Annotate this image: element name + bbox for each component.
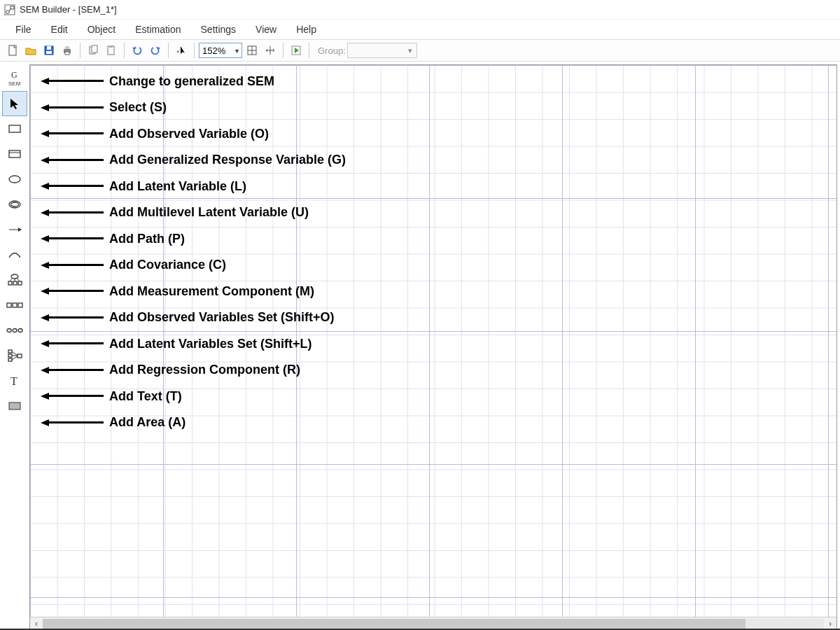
annotation-row: Add Generalized Response Variable (G)	[41, 150, 346, 171]
rect-icon	[8, 123, 22, 134]
rect-set-icon	[6, 301, 23, 309]
toolbar-separator	[80, 43, 80, 58]
fit-page-button[interactable]	[244, 42, 260, 59]
save-button[interactable]	[41, 42, 57, 59]
svg-rect-14	[109, 46, 113, 48]
arrow-left-icon	[41, 286, 104, 296]
arrow-right-icon	[8, 225, 22, 234]
palette-gen-response-button[interactable]	[2, 141, 27, 167]
annotation-label: Select (S)	[109, 100, 167, 115]
arrow-left-icon	[41, 339, 104, 349]
palette-multilevel-button[interactable]	[2, 192, 27, 217]
window-titlebar: SEM Builder - [SEM_1*]	[0, 0, 840, 20]
rect-band-icon	[8, 148, 22, 160]
svg-point-46	[13, 329, 17, 332]
palette-regression-button[interactable]	[2, 343, 27, 368]
text-icon: T	[8, 374, 21, 387]
svg-text:G: G	[11, 70, 18, 80]
palette-select-button[interactable]	[2, 91, 27, 116]
svg-rect-49	[8, 354, 12, 357]
annotation-label: Add Measurement Component (M)	[109, 284, 314, 299]
palette-area-button[interactable]	[2, 393, 27, 419]
palette-observed-set-button[interactable]	[2, 293, 27, 318]
work-area: GSEMT Change to generalized SEMSelect (S…	[0, 64, 840, 630]
annotation-label: Add Generalized Response Variable (G)	[109, 153, 346, 167]
palette-covariance-button[interactable]	[2, 242, 27, 267]
scroll-right-icon[interactable]: ›	[824, 619, 836, 629]
arrow-left-icon	[41, 76, 104, 86]
open-file-button[interactable]	[22, 42, 39, 59]
menu-file[interactable]: File	[6, 21, 41, 38]
scroll-left-icon[interactable]: ‹	[30, 619, 43, 629]
arrow-left-icon	[41, 181, 104, 191]
svg-rect-37	[13, 281, 17, 285]
svg-point-32	[11, 202, 19, 206]
svg-marker-26	[10, 99, 18, 109]
new-file-button[interactable]	[4, 42, 21, 59]
svg-point-30	[9, 176, 20, 183]
annotation-row: Select (S)	[41, 97, 167, 118]
group-dropdown[interactable]: ▾	[347, 43, 417, 58]
svg-rect-7	[46, 51, 52, 54]
annotation-row: Add Text (T)	[41, 386, 182, 407]
scroll-thumb[interactable]	[43, 619, 746, 629]
zoom-combo[interactable]: 152% ▾	[199, 43, 242, 58]
horizontal-scrollbar[interactable]: ‹ ›	[30, 617, 836, 629]
zoom-value: 152%	[202, 46, 225, 56]
palette-text-button[interactable]: T	[2, 368, 27, 393]
toolbar-separator	[124, 43, 125, 58]
palette-latent-button[interactable]	[2, 167, 27, 192]
run-button[interactable]	[288, 42, 304, 59]
arc-icon	[8, 250, 22, 260]
redo-button[interactable]	[147, 42, 164, 59]
svg-point-45	[7, 329, 11, 332]
annotation-row: Add Area (A)	[41, 412, 186, 433]
canvas[interactable]: Change to generalized SEMSelect (S)Add O…	[30, 65, 836, 617]
palette-gsem-button[interactable]: GSEM	[2, 66, 27, 91]
svg-rect-48	[8, 350, 12, 353]
menu-bar: FileEditObjectEstimationSettingsViewHelp	[0, 20, 840, 39]
scroll-track[interactable]	[43, 619, 824, 629]
palette-observed-button[interactable]	[2, 116, 27, 141]
canvas-container: Change to generalized SEMSelect (S)Add O…	[29, 64, 837, 630]
paste-button[interactable]	[103, 42, 120, 59]
print-button[interactable]	[59, 42, 76, 59]
toolbar-separator	[194, 43, 195, 58]
svg-point-1	[6, 10, 10, 13]
menu-edit[interactable]: Edit	[41, 21, 78, 38]
annotation-label: Add Latent Variable (L)	[109, 179, 246, 194]
palette-path-button[interactable]	[2, 217, 27, 242]
app-icon	[4, 4, 15, 15]
menu-view[interactable]: View	[246, 21, 286, 38]
menu-help[interactable]: Help	[286, 21, 326, 38]
annotation-label: Add Area (A)	[109, 415, 186, 430]
svg-marker-34	[18, 227, 22, 232]
svg-rect-44	[18, 303, 22, 307]
arrow-left-icon	[41, 155, 104, 165]
svg-line-39	[10, 278, 13, 281]
annotation-row: Add Measurement Component (M)	[41, 281, 314, 302]
window-title: SEM Builder - [SEM_1*]	[20, 4, 117, 15]
fit-width-button[interactable]	[262, 42, 279, 59]
undo-button[interactable]	[129, 42, 146, 59]
toolbar: × 152% ▾ Group: ▾	[0, 39, 840, 62]
arrow-left-icon	[41, 365, 104, 375]
menu-settings[interactable]: Settings	[191, 21, 246, 38]
pointer-tool-button[interactable]: ×	[173, 42, 190, 59]
palette-latent-set-button[interactable]	[2, 318, 27, 343]
arrow-left-icon	[41, 418, 104, 428]
svg-rect-50	[8, 358, 12, 361]
arrow-left-icon	[41, 103, 104, 113]
svg-text:×: ×	[176, 48, 180, 55]
annotation-label: Change to generalized SEM	[109, 74, 274, 89]
palette-measurement-button[interactable]	[2, 267, 27, 293]
copy-button[interactable]	[85, 42, 102, 59]
annotation-row: Add Latent Variables Set (Shift+L)	[41, 333, 312, 354]
menu-object[interactable]: Object	[78, 21, 125, 38]
menu-estimation[interactable]: Estimation	[125, 21, 190, 38]
svg-line-52	[12, 351, 18, 356]
svg-rect-56	[9, 402, 20, 410]
svg-line-54	[12, 356, 18, 360]
annotation-row: Add Covariance (C)	[41, 255, 226, 276]
svg-rect-38	[18, 281, 22, 285]
